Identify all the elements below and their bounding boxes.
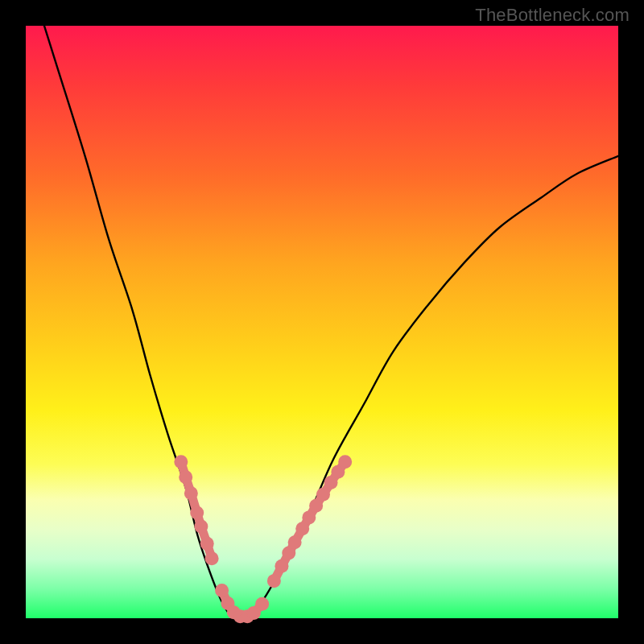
right-highlight-dot-5 <box>302 510 316 524</box>
left-highlight-dot-5 <box>200 537 214 551</box>
bottom-highlight-dot-0 <box>215 584 229 597</box>
bottleneck-curve-svg <box>26 26 618 618</box>
right-highlight-dot-1 <box>275 559 288 573</box>
left-highlight-dot-6 <box>205 551 219 565</box>
left-highlight-dot-4 <box>194 519 208 533</box>
chart-frame: TheBottleneck.com <box>0 0 644 644</box>
left-highlight-dot-0 <box>174 455 188 469</box>
right-highlight-group <box>267 455 352 588</box>
bottom-highlight-dot-6 <box>255 597 269 611</box>
bottleneck-curve-path <box>26 0 618 621</box>
left-highlight-dot-3 <box>190 506 204 519</box>
left-highlight-dot-2 <box>184 486 198 500</box>
right-highlight-dot-7 <box>316 488 330 502</box>
right-highlight-dot-0 <box>267 574 281 588</box>
left-highlight-group <box>174 455 218 565</box>
watermark-text: TheBottleneck.com <box>475 5 630 26</box>
right-highlight-dot-6 <box>309 499 323 513</box>
bottom-highlight-group <box>215 584 269 623</box>
right-highlight-dot-10 <box>338 455 352 469</box>
right-highlight-dot-3 <box>288 535 302 549</box>
left-highlight-dot-1 <box>179 470 192 484</box>
plot-area <box>26 26 618 618</box>
